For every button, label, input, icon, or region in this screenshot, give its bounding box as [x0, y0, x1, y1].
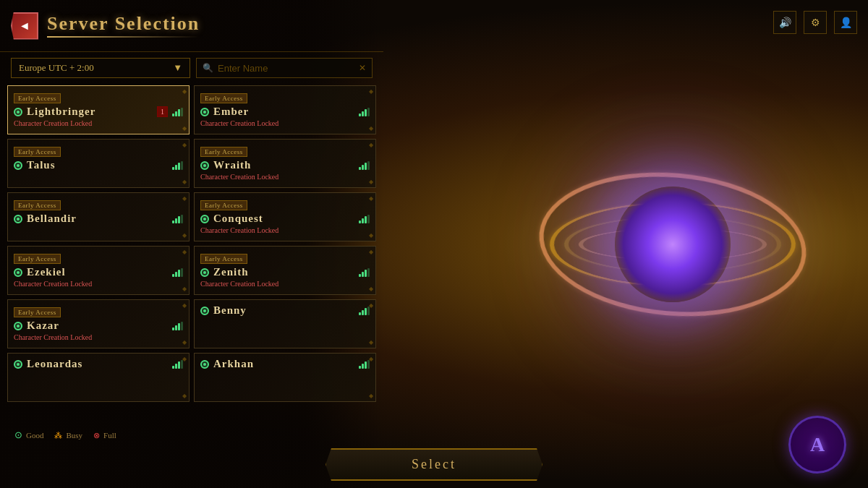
signal-bars — [172, 108, 183, 116]
bar-4 — [367, 161, 370, 170]
server-card-talus[interactable]: Early Access Talus — [7, 139, 190, 188]
search-icon: 🔍 — [203, 63, 213, 74]
server-footer: Character Creation Locked — [200, 226, 370, 234]
title-underline — [47, 36, 200, 38]
server-card-bellandir[interactable]: Early Access Bellandir — [7, 192, 190, 241]
bar-4 — [367, 108, 370, 116]
server-card-wraith[interactable]: Early Access Wraith Character Creation L… — [194, 139, 376, 188]
server-footer: Character Creation Locked — [14, 119, 183, 127]
signal-bars — [359, 215, 370, 223]
bar-4 — [367, 268, 370, 277]
search-input[interactable] — [218, 63, 354, 74]
server-name: Ember — [213, 106, 354, 118]
server-card-leonardas[interactable]: Leonardas — [7, 353, 190, 402]
server-footer: Character Creation Locked — [14, 333, 183, 341]
bar-2 — [362, 310, 364, 315]
server-row: Wraith — [200, 159, 370, 171]
bar-3 — [178, 323, 180, 330]
full-icon: ⊗ — [93, 431, 100, 440]
select-button[interactable]: Select — [326, 448, 542, 481]
bar-1 — [359, 114, 361, 116]
status-dot — [200, 360, 209, 369]
status-dot — [14, 360, 22, 369]
server-row: Bellandir — [14, 213, 183, 225]
early-access-badge: Early Access — [200, 200, 247, 210]
locked-text: Character Creation Locked — [14, 333, 92, 341]
server-name: Leonardas — [27, 358, 168, 370]
bar-3 — [365, 361, 367, 369]
server-card-zenith[interactable]: Early Access Zenith Character Creation L… — [194, 246, 376, 295]
bar-2 — [175, 272, 177, 277]
server-list: Early Access Lightbringer 1 Character Cr… — [0, 84, 383, 406]
bar-1 — [359, 312, 361, 315]
server-card-kazar[interactable]: Early Access Kazar Character Creation Lo… — [7, 299, 190, 348]
bar-1 — [172, 328, 174, 330]
server-name: Wraith — [213, 159, 354, 171]
close-icon[interactable]: ✕ — [359, 63, 366, 74]
search-box: 🔍 ✕ — [196, 58, 373, 78]
region-dropdown[interactable]: Europe UTC + 2:00 ▼ — [11, 58, 190, 78]
bar-3 — [178, 361, 180, 369]
emblem-circle: A — [788, 416, 846, 474]
locked-text: Character Creation Locked — [200, 119, 278, 127]
bar-4 — [181, 322, 183, 330]
bar-4 — [181, 360, 183, 369]
server-name: Talus — [27, 159, 168, 171]
legend-good: ⊙ Good — [14, 429, 43, 441]
bar-4 — [181, 161, 183, 170]
bar-2 — [175, 218, 177, 223]
bar-1 — [359, 366, 361, 369]
server-card-arkhan[interactable]: Arkhan — [194, 353, 376, 402]
top-icon-bar: 🔊 ⚙ 👤 — [773, 11, 857, 34]
bar-2 — [175, 111, 177, 116]
server-name: Arkhan — [213, 358, 354, 370]
settings-icon[interactable]: ⚙ — [804, 11, 827, 34]
locked-text: Character Creation Locked — [200, 173, 278, 181]
bottom-emblem: A — [788, 416, 846, 474]
bar-3 — [365, 308, 367, 315]
server-row: Leonardas — [14, 358, 183, 370]
bar-3 — [178, 109, 180, 116]
early-access-badge: Early Access — [14, 200, 61, 210]
server-row: Zenith — [200, 266, 370, 278]
status-dot — [200, 215, 209, 223]
bar-3 — [365, 270, 367, 277]
bar-4 — [181, 108, 183, 116]
server-row: Talus — [14, 159, 183, 171]
bar-4 — [367, 215, 370, 223]
bar-1 — [172, 114, 174, 116]
header: ◄ Server Selection — [0, 0, 383, 52]
legend-full: ⊗ Full — [93, 429, 116, 441]
server-name: Ezekiel — [27, 266, 168, 278]
legend-busy-label: Busy — [66, 431, 82, 440]
bar-4 — [367, 307, 370, 315]
signal-bars — [172, 215, 183, 223]
bar-3 — [365, 109, 367, 116]
bar-2 — [362, 218, 364, 223]
server-card-ember[interactable]: Early Access Ember Character Creation Lo… — [194, 85, 376, 134]
bar-1 — [359, 274, 361, 277]
server-row: Benny — [200, 304, 370, 317]
status-dot — [14, 268, 22, 277]
server-name: Conquest — [213, 213, 354, 225]
server-card-lightbringer[interactable]: Early Access Lightbringer 1 Character Cr… — [7, 85, 190, 134]
server-card-benny[interactable]: Benny — [194, 299, 376, 348]
server-card-ezekiel[interactable]: Early Access Ezekiel Character Creation … — [7, 246, 190, 295]
early-access-badge: Early Access — [14, 93, 61, 103]
server-row: Kazar — [14, 320, 183, 332]
player-count: 1 — [157, 106, 168, 117]
busy-icon: ⁂ — [54, 431, 62, 440]
bar-2 — [362, 165, 364, 170]
bar-1 — [172, 221, 174, 223]
server-row: Ember — [200, 106, 370, 118]
profile-icon[interactable]: 👤 — [834, 11, 857, 34]
back-button[interactable]: ◄ — [11, 12, 38, 40]
sound-icon[interactable]: 🔊 — [773, 11, 796, 34]
region-value: Europe UTC + 2:00 — [19, 62, 94, 74]
server-card-conquest[interactable]: Early Access Conquest Character Creation… — [194, 192, 376, 241]
early-access-badge: Early Access — [14, 307, 61, 317]
status-dot — [200, 108, 209, 116]
bar-2 — [362, 364, 364, 369]
status-dot — [200, 161, 209, 170]
bar-1 — [172, 366, 174, 369]
